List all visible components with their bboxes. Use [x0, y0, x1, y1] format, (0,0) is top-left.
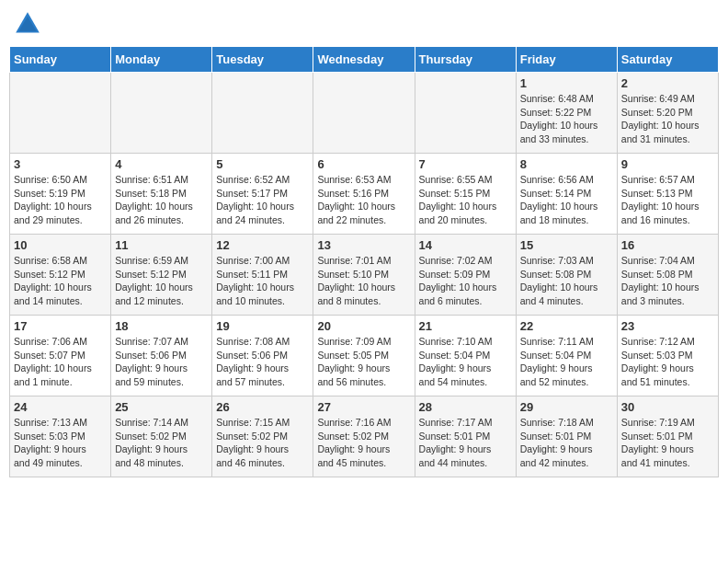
day-cell: 18Sunrise: 7:07 AMSunset: 5:06 PMDayligh…	[111, 316, 212, 396]
day-number: 30	[621, 400, 714, 414]
day-info: Sunrise: 7:18 AMSunset: 5:01 PMDaylight:…	[520, 416, 613, 470]
day-number: 24	[14, 400, 107, 414]
day-cell: 29Sunrise: 7:18 AMSunset: 5:01 PMDayligh…	[516, 396, 617, 477]
day-number: 6	[317, 157, 410, 171]
day-info: Sunrise: 6:58 AMSunset: 5:12 PMDaylight:…	[14, 254, 107, 308]
day-cell: 7Sunrise: 6:55 AMSunset: 5:15 PMDaylight…	[415, 154, 516, 235]
day-cell: 2Sunrise: 6:49 AMSunset: 5:20 PMDaylight…	[617, 73, 718, 154]
day-cell: 23Sunrise: 7:12 AMSunset: 5:03 PMDayligh…	[617, 316, 718, 396]
day-info: Sunrise: 6:50 AMSunset: 5:19 PMDaylight:…	[14, 173, 107, 227]
day-cell: 8Sunrise: 6:56 AMSunset: 5:14 PMDaylight…	[516, 154, 617, 235]
day-cell: 25Sunrise: 7:14 AMSunset: 5:02 PMDayligh…	[111, 396, 212, 477]
day-cell: 14Sunrise: 7:02 AMSunset: 5:09 PMDayligh…	[415, 235, 516, 316]
calendar: SundayMondayTuesdayWednesdayThursdayFrid…	[9, 46, 719, 477]
week-row-5: 24Sunrise: 7:13 AMSunset: 5:03 PMDayligh…	[10, 396, 719, 477]
day-cell: 12Sunrise: 7:00 AMSunset: 5:11 PMDayligh…	[212, 235, 313, 316]
day-number: 7	[419, 157, 512, 171]
day-number: 28	[419, 400, 512, 414]
day-cell	[212, 73, 313, 154]
day-cell: 21Sunrise: 7:10 AMSunset: 5:04 PMDayligh…	[415, 316, 516, 396]
day-number: 27	[317, 400, 410, 414]
day-number: 5	[216, 157, 309, 171]
week-row-2: 3Sunrise: 6:50 AMSunset: 5:19 PMDaylight…	[10, 154, 719, 235]
day-info: Sunrise: 7:08 AMSunset: 5:06 PMDaylight:…	[216, 335, 309, 389]
day-info: Sunrise: 7:12 AMSunset: 5:03 PMDaylight:…	[621, 335, 714, 389]
weekday-header-tuesday: Tuesday	[212, 47, 313, 73]
day-number: 12	[216, 238, 309, 252]
day-info: Sunrise: 7:11 AMSunset: 5:04 PMDaylight:…	[520, 335, 613, 389]
day-info: Sunrise: 7:03 AMSunset: 5:08 PMDaylight:…	[520, 254, 613, 308]
day-cell: 26Sunrise: 7:15 AMSunset: 5:02 PMDayligh…	[212, 396, 313, 477]
day-cell: 20Sunrise: 7:09 AMSunset: 5:05 PMDayligh…	[313, 316, 415, 396]
day-cell: 19Sunrise: 7:08 AMSunset: 5:06 PMDayligh…	[212, 316, 313, 396]
day-number: 11	[115, 238, 208, 252]
weekday-header-friday: Friday	[516, 47, 617, 73]
day-number: 9	[621, 157, 714, 171]
day-info: Sunrise: 7:10 AMSunset: 5:04 PMDaylight:…	[419, 335, 512, 389]
day-cell: 1Sunrise: 6:48 AMSunset: 5:22 PMDaylight…	[516, 73, 617, 154]
day-info: Sunrise: 6:59 AMSunset: 5:12 PMDaylight:…	[115, 254, 208, 308]
day-cell: 11Sunrise: 6:59 AMSunset: 5:12 PMDayligh…	[111, 235, 212, 316]
day-cell: 28Sunrise: 7:17 AMSunset: 5:01 PMDayligh…	[415, 396, 516, 477]
day-cell: 4Sunrise: 6:51 AMSunset: 5:18 PMDaylight…	[111, 154, 212, 235]
day-number: 15	[520, 238, 613, 252]
day-info: Sunrise: 7:17 AMSunset: 5:01 PMDaylight:…	[419, 416, 512, 470]
logo-icon	[13, 9, 42, 39]
day-number: 16	[621, 238, 714, 252]
day-number: 29	[520, 400, 613, 414]
weekday-header-monday: Monday	[111, 47, 212, 73]
day-number: 10	[14, 238, 107, 252]
day-number: 13	[317, 238, 410, 252]
weekday-header-row: SundayMondayTuesdayWednesdayThursdayFrid…	[10, 47, 719, 73]
day-info: Sunrise: 6:53 AMSunset: 5:16 PMDaylight:…	[317, 173, 410, 227]
day-number: 21	[419, 319, 512, 333]
day-number: 14	[419, 238, 512, 252]
day-info: Sunrise: 7:00 AMSunset: 5:11 PMDaylight:…	[216, 254, 309, 308]
weekday-header-wednesday: Wednesday	[313, 47, 415, 73]
day-number: 4	[115, 157, 208, 171]
day-number: 19	[216, 319, 309, 333]
day-number: 2	[621, 76, 714, 90]
day-number: 17	[14, 319, 107, 333]
day-cell: 3Sunrise: 6:50 AMSunset: 5:19 PMDaylight…	[10, 154, 111, 235]
day-info: Sunrise: 7:07 AMSunset: 5:06 PMDaylight:…	[115, 335, 208, 389]
day-number: 18	[115, 319, 208, 333]
day-number: 22	[520, 319, 613, 333]
day-info: Sunrise: 7:01 AMSunset: 5:10 PMDaylight:…	[317, 254, 410, 308]
day-cell: 10Sunrise: 6:58 AMSunset: 5:12 PMDayligh…	[10, 235, 111, 316]
day-info: Sunrise: 6:51 AMSunset: 5:18 PMDaylight:…	[115, 173, 208, 227]
day-number: 3	[14, 157, 107, 171]
day-info: Sunrise: 7:09 AMSunset: 5:05 PMDaylight:…	[317, 335, 410, 389]
header	[9, 9, 719, 39]
day-cell: 15Sunrise: 7:03 AMSunset: 5:08 PMDayligh…	[516, 235, 617, 316]
day-info: Sunrise: 6:56 AMSunset: 5:14 PMDaylight:…	[520, 173, 613, 227]
day-cell: 17Sunrise: 7:06 AMSunset: 5:07 PMDayligh…	[10, 316, 111, 396]
day-number: 25	[115, 400, 208, 414]
day-info: Sunrise: 7:02 AMSunset: 5:09 PMDaylight:…	[419, 254, 512, 308]
week-row-1: 1Sunrise: 6:48 AMSunset: 5:22 PMDaylight…	[10, 73, 719, 154]
day-info: Sunrise: 7:13 AMSunset: 5:03 PMDaylight:…	[14, 416, 107, 470]
day-info: Sunrise: 7:04 AMSunset: 5:08 PMDaylight:…	[621, 254, 714, 308]
day-cell: 24Sunrise: 7:13 AMSunset: 5:03 PMDayligh…	[10, 396, 111, 477]
day-cell	[415, 73, 516, 154]
weekday-header-sunday: Sunday	[10, 47, 111, 73]
day-number: 26	[216, 400, 309, 414]
weekday-header-saturday: Saturday	[617, 47, 718, 73]
day-info: Sunrise: 6:55 AMSunset: 5:15 PMDaylight:…	[419, 173, 512, 227]
week-row-4: 17Sunrise: 7:06 AMSunset: 5:07 PMDayligh…	[10, 316, 719, 396]
day-info: Sunrise: 7:06 AMSunset: 5:07 PMDaylight:…	[14, 335, 107, 389]
day-info: Sunrise: 6:57 AMSunset: 5:13 PMDaylight:…	[621, 173, 714, 227]
day-cell: 9Sunrise: 6:57 AMSunset: 5:13 PMDaylight…	[617, 154, 718, 235]
day-cell: 13Sunrise: 7:01 AMSunset: 5:10 PMDayligh…	[313, 235, 415, 316]
day-info: Sunrise: 7:19 AMSunset: 5:01 PMDaylight:…	[621, 416, 714, 470]
day-number: 8	[520, 157, 613, 171]
day-number: 1	[520, 76, 613, 90]
page: SundayMondayTuesdayWednesdayThursdayFrid…	[0, 0, 728, 487]
day-cell	[111, 73, 212, 154]
week-row-3: 10Sunrise: 6:58 AMSunset: 5:12 PMDayligh…	[10, 235, 719, 316]
day-info: Sunrise: 7:16 AMSunset: 5:02 PMDaylight:…	[317, 416, 410, 470]
day-cell: 5Sunrise: 6:52 AMSunset: 5:17 PMDaylight…	[212, 154, 313, 235]
day-cell	[10, 73, 111, 154]
day-info: Sunrise: 6:48 AMSunset: 5:22 PMDaylight:…	[520, 92, 613, 146]
day-number: 20	[317, 319, 410, 333]
